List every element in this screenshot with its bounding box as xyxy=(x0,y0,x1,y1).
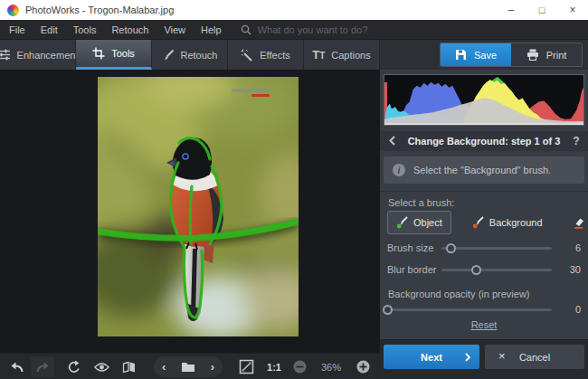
menu-help[interactable]: Help xyxy=(201,24,222,35)
crop-icon xyxy=(92,47,105,60)
tab-label: Captions xyxy=(331,50,370,61)
rotate-button[interactable] xyxy=(65,356,83,377)
photo-trogon-malabar[interactable] xyxy=(98,77,299,336)
tab-captions[interactable]: TT Captions xyxy=(304,40,380,70)
brush-size-value: 6 xyxy=(561,242,581,253)
before-after-button[interactable] xyxy=(119,356,138,377)
divider xyxy=(380,191,588,192)
reset-link[interactable]: Reset xyxy=(471,319,498,330)
brush-object-label: Object xyxy=(413,217,442,228)
menu-file[interactable]: File xyxy=(9,24,25,35)
brush-size-label: Brush size xyxy=(387,242,438,253)
tab-label: Tools xyxy=(111,48,135,59)
save-button[interactable]: Save xyxy=(441,43,511,66)
brush-icon xyxy=(162,49,175,62)
before-after-icon xyxy=(122,361,136,374)
menu-tools[interactable]: Tools xyxy=(73,24,97,35)
undo-button[interactable] xyxy=(5,356,27,377)
object-brush-icon xyxy=(396,216,408,229)
brush-object-button[interactable]: Object xyxy=(387,211,451,234)
menu-bar: File Edit Tools Retouch View Help xyxy=(0,20,588,40)
cancel-button[interactable]: × Cancel xyxy=(485,345,584,369)
right-panel: Change Background: step 1 of 3 ? i Selec… xyxy=(380,70,588,379)
back-button[interactable] xyxy=(380,136,403,147)
menu-view[interactable]: View xyxy=(164,24,185,35)
zoom-in-icon xyxy=(356,360,370,374)
tab-effects[interactable]: Effects xyxy=(228,40,304,70)
next-image-button[interactable]: › xyxy=(211,361,214,373)
close-button[interactable]: × xyxy=(557,0,588,20)
chevron-left-icon xyxy=(389,136,395,146)
info-text: Select the "Background" brush. xyxy=(413,165,551,175)
rotate-icon xyxy=(67,360,81,374)
eraser-icon xyxy=(572,216,584,229)
background-brush-icon xyxy=(472,216,484,229)
chevron-right-icon xyxy=(465,353,470,362)
bg-opacity-knob[interactable] xyxy=(383,305,393,315)
maximize-button[interactable]: □ xyxy=(526,0,557,20)
tab-label: Effects xyxy=(260,50,289,61)
panel-header: Change Background: step 1 of 3 ? xyxy=(380,131,588,151)
file-navigation-group: ‹ › xyxy=(154,356,223,377)
save-label: Save xyxy=(474,50,497,61)
tab-tools[interactable]: Tools xyxy=(76,40,152,70)
app-logo-icon xyxy=(7,5,19,16)
fit-screen-icon xyxy=(239,359,254,374)
panel-footer: Next × Cancel xyxy=(380,339,588,379)
redo-icon xyxy=(35,361,51,374)
brush-size-knob[interactable] xyxy=(446,243,456,253)
window-title: PhotoWorks - Trogon-Malabar.jpg xyxy=(25,5,174,15)
zoom-in-button[interactable] xyxy=(355,356,371,377)
print-label: Print xyxy=(546,50,567,61)
tab-enhancement[interactable]: Enhancement xyxy=(0,40,76,70)
info-box: i Select the "Background" brush. xyxy=(384,156,584,184)
zoom-1-1-button[interactable]: 1:1 xyxy=(262,356,286,377)
workspace: ‹ › 1:1 36% xyxy=(0,70,588,379)
minimize-button[interactable]: – xyxy=(496,0,526,20)
folder-icon[interactable] xyxy=(181,361,195,373)
histogram-chart xyxy=(384,75,583,125)
tab-bar: Enhancement Tools Retouch Effects TT Cap… xyxy=(0,40,588,70)
title-bar: PhotoWorks - Trogon-Malabar.jpg – □ × xyxy=(0,0,588,20)
blur-border-knob[interactable] xyxy=(471,265,481,275)
eye-icon xyxy=(94,362,109,373)
previous-image-button[interactable]: ‹ xyxy=(162,361,166,373)
brush-eraser-button[interactable]: Eraser xyxy=(564,212,588,233)
search-input[interactable] xyxy=(258,24,403,35)
info-icon: i xyxy=(393,164,405,176)
undo-icon xyxy=(9,361,24,374)
print-button[interactable]: Print xyxy=(511,43,582,66)
zoom-out-icon xyxy=(293,360,307,374)
window-controls: – □ × xyxy=(496,0,588,20)
next-label: Next xyxy=(421,352,442,363)
help-button[interactable]: ? xyxy=(564,135,588,147)
bg-opacity-row: 0 xyxy=(380,303,588,316)
save-print-group: Save Print xyxy=(440,43,583,67)
fit-screen-button[interactable] xyxy=(237,356,255,377)
blur-border-label: Blur border xyxy=(387,264,438,275)
bg-opacity-slider[interactable] xyxy=(387,308,552,311)
magic-wand-icon xyxy=(241,49,253,62)
brush-section-label: Select a brush: xyxy=(388,197,454,208)
menu-edit[interactable]: Edit xyxy=(41,24,58,35)
cancel-x-icon: × xyxy=(498,349,506,363)
zoom-out-button[interactable] xyxy=(291,356,308,377)
preview-original-button[interactable] xyxy=(92,356,110,377)
redo-button[interactable] xyxy=(31,356,54,377)
blur-border-row: Blur border 30 xyxy=(380,263,588,276)
reset-row: Reset xyxy=(380,319,588,330)
zoom-level-value[interactable]: 36% xyxy=(315,356,347,377)
brush-background-label: Background xyxy=(489,217,543,228)
brush-size-row: Brush size 6 xyxy=(380,242,588,254)
brush-size-slider[interactable] xyxy=(441,247,552,250)
enhancement-sliders-icon xyxy=(0,49,11,61)
tab-retouch[interactable]: Retouch xyxy=(152,40,228,70)
menu-retouch[interactable]: Retouch xyxy=(111,24,148,35)
image-canvas[interactable] xyxy=(0,70,380,353)
printer-icon xyxy=(526,49,539,61)
bottom-toolbar: ‹ › 1:1 36% xyxy=(0,353,380,379)
blur-border-slider[interactable] xyxy=(441,269,552,271)
brush-background-button[interactable]: Background xyxy=(464,212,551,233)
next-button[interactable]: Next xyxy=(384,345,479,369)
histogram xyxy=(384,74,584,126)
